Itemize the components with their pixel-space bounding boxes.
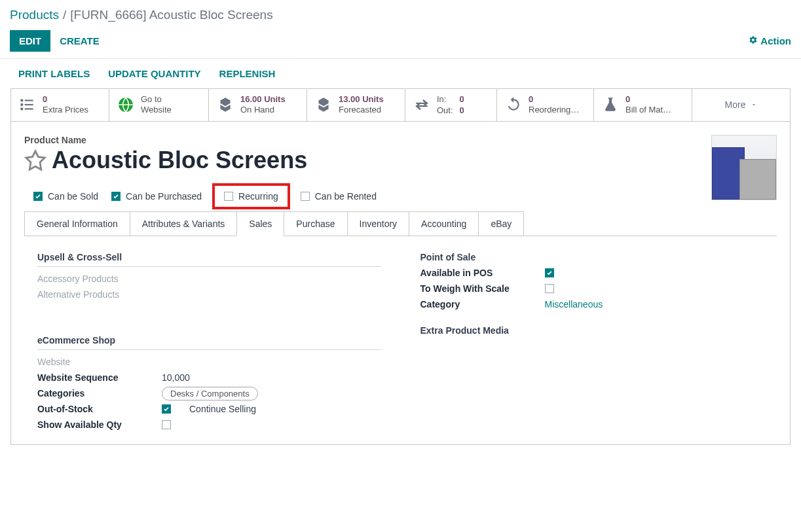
breadcrumb-current: [FURN_6666] Acoustic Bloc Screens bbox=[70, 8, 272, 22]
weigh-checkbox[interactable] bbox=[545, 284, 565, 293]
tab-purchase[interactable]: Purchase bbox=[284, 211, 346, 236]
product-image[interactable] bbox=[711, 135, 777, 200]
can-be-rented-label: Can be Rented bbox=[315, 191, 377, 202]
boxes-icon bbox=[315, 96, 332, 113]
svg-point-2 bbox=[20, 103, 23, 106]
can-be-purchased-checkbox[interactable]: Can be Purchased bbox=[111, 191, 202, 202]
update-quantity-button[interactable]: UPDATE QUANTITY bbox=[108, 68, 200, 79]
show-available-qty-checkbox[interactable] bbox=[162, 420, 181, 429]
stat-reordering[interactable]: 0 Reordering… bbox=[497, 89, 594, 121]
svg-rect-3 bbox=[25, 104, 33, 105]
can-be-rented-checkbox[interactable]: Can be Rented bbox=[301, 191, 377, 202]
stat-bom-value: 0 bbox=[625, 94, 671, 105]
tab-general-information[interactable]: General Information bbox=[24, 211, 130, 236]
action-menu[interactable]: Action bbox=[749, 35, 791, 46]
stat-in-value: 0 bbox=[460, 94, 464, 104]
stat-extra-prices[interactable]: 0 Extra Prices bbox=[11, 89, 109, 121]
caret-down-icon bbox=[751, 99, 757, 110]
tab-ebay[interactable]: eBay bbox=[478, 211, 524, 236]
action-label: Action bbox=[760, 35, 791, 46]
stat-go-to-website[interactable]: Go to Website bbox=[109, 89, 209, 121]
boxes-icon bbox=[217, 96, 234, 113]
globe-icon bbox=[117, 96, 134, 113]
stat-forecast-label: Forecasted bbox=[339, 105, 384, 115]
edit-button[interactable]: EDIT bbox=[10, 30, 50, 52]
stat-bom[interactable]: 0 Bill of Mat… bbox=[594, 89, 692, 121]
website-sequence-label: Website Sequence bbox=[37, 372, 162, 383]
form-body: Product Name Acoustic Bloc Screens Can b… bbox=[11, 122, 790, 444]
replenish-button[interactable]: REPLENISH bbox=[219, 68, 276, 79]
svg-point-4 bbox=[20, 108, 23, 111]
svg-rect-1 bbox=[25, 100, 33, 101]
pos-title: Point of Sale bbox=[420, 252, 764, 262]
stat-forecasted[interactable]: 13.00 Units Forecasted bbox=[307, 89, 405, 121]
create-button[interactable]: CREATE bbox=[50, 30, 109, 52]
stat-more[interactable]: More bbox=[692, 89, 790, 121]
stat-onhand-value: 16.00 Units bbox=[240, 94, 286, 105]
alternative-products-label: Alternative Products bbox=[37, 289, 162, 300]
out-of-stock-checkbox[interactable] bbox=[162, 404, 181, 414]
transfer-icon bbox=[413, 96, 430, 113]
sales-panel: Upsell & Cross-Sell Accessory Products A… bbox=[24, 236, 777, 444]
upsell-title: Upsell & Cross-Sell bbox=[37, 252, 381, 267]
stat-on-hand[interactable]: 16.00 Units On Hand bbox=[209, 89, 307, 121]
checkbox-icon bbox=[162, 420, 171, 429]
checkbox-icon bbox=[545, 284, 554, 293]
print-labels-button[interactable]: PRINT LABELS bbox=[18, 68, 90, 79]
website-label: Website bbox=[37, 357, 162, 367]
stat-out-label: Out: bbox=[437, 105, 453, 115]
category-tag[interactable]: Desks / Components bbox=[162, 387, 258, 400]
checkbox-icon bbox=[33, 192, 43, 201]
stat-website-label: Website bbox=[141, 105, 172, 115]
weigh-label: To Weigh With Scale bbox=[420, 283, 545, 294]
tabs: General Information Attributes & Variant… bbox=[24, 211, 777, 236]
out-of-stock-label: Out-of-Stock bbox=[37, 404, 162, 414]
stat-extra-value: 0 bbox=[43, 94, 88, 105]
stat-reorder-label: Reordering… bbox=[529, 105, 579, 115]
checkbox-icon bbox=[224, 192, 233, 201]
tab-attributes-variants[interactable]: Attributes & Variants bbox=[130, 211, 237, 236]
star-icon[interactable] bbox=[24, 149, 47, 171]
available-pos-checkbox[interactable] bbox=[545, 268, 565, 277]
recurring-label: Recurring bbox=[238, 191, 278, 202]
subtoolbar: PRINT LABELS UPDATE QUANTITY REPLENISH bbox=[0, 59, 801, 88]
list-icon bbox=[19, 96, 36, 113]
tab-accounting[interactable]: Accounting bbox=[409, 211, 478, 236]
svg-rect-5 bbox=[25, 109, 33, 110]
product-flags: Can be Sold Can be Purchased Recurring C… bbox=[33, 191, 777, 202]
stat-reorder-value: 0 bbox=[529, 94, 579, 105]
extra-product-media-title: Extra Product Media bbox=[420, 325, 764, 336]
accessory-products-label: Accessory Products bbox=[37, 274, 162, 284]
action-bar: EDIT CREATE Action bbox=[0, 25, 801, 59]
breadcrumb-sep: / bbox=[63, 8, 66, 22]
show-available-qty-label: Show Available Qty bbox=[37, 419, 162, 430]
tab-inventory[interactable]: Inventory bbox=[347, 211, 409, 236]
checkbox-icon bbox=[545, 268, 554, 277]
product-name-label: Product Name bbox=[24, 135, 777, 145]
stat-in-label: In: bbox=[437, 94, 453, 104]
ecommerce-title: eCommerce Shop bbox=[37, 335, 381, 350]
product-image-panel bbox=[739, 159, 776, 200]
available-pos-label: Available in POS bbox=[420, 268, 545, 278]
product-name: Acoustic Bloc Screens bbox=[52, 147, 307, 174]
checkbox-icon bbox=[162, 404, 171, 414]
breadcrumb-root[interactable]: Products bbox=[10, 8, 59, 22]
continue-selling-label: Continue Selling bbox=[189, 404, 256, 414]
tab-sales[interactable]: Sales bbox=[236, 211, 284, 236]
more-label: More bbox=[725, 99, 746, 110]
website-sequence-value: 10,000 bbox=[162, 372, 190, 383]
breadcrumb: Products / [FURN_6666] Acoustic Bloc Scr… bbox=[0, 0, 801, 25]
recurring-checkbox[interactable]: Recurring bbox=[224, 191, 278, 202]
category-label: Category bbox=[420, 299, 545, 310]
stat-forecast-value: 13.00 Units bbox=[339, 94, 384, 105]
svg-point-0 bbox=[20, 99, 23, 102]
category-link[interactable]: Miscellaneous bbox=[545, 299, 603, 310]
stat-in-out[interactable]: In: 0 Out: 0 bbox=[405, 89, 497, 121]
stat-onhand-label: On Hand bbox=[240, 105, 286, 115]
can-be-sold-checkbox[interactable]: Can be Sold bbox=[33, 191, 98, 202]
stat-website-goto: Go to bbox=[141, 94, 172, 105]
categories-label: Categories bbox=[37, 388, 162, 399]
form-card: 0 Extra Prices Go to Website 16.00 Units… bbox=[10, 88, 791, 445]
stat-out-value: 0 bbox=[460, 105, 464, 115]
can-be-sold-label: Can be Sold bbox=[48, 191, 98, 202]
